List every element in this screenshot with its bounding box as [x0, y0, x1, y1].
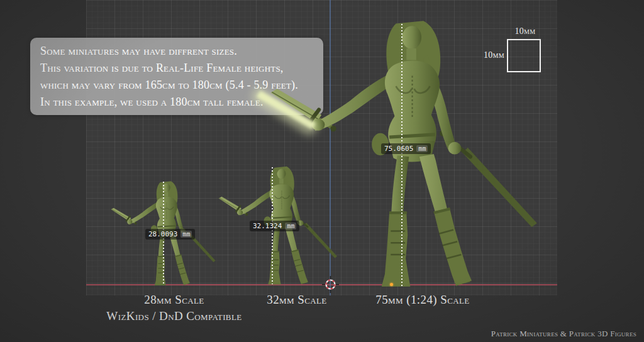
measurement-value: 75.0605 — [384, 145, 413, 153]
scale-caption-28mm-compat: WizKids / DnD Compatible — [106, 309, 242, 323]
measurement-label-75mm: 75.0605 mm — [381, 143, 431, 154]
reference-square-10mm — [507, 39, 541, 72]
reference-square-top-label: 10mm — [507, 26, 543, 36]
scale-caption-32mm: 32mm Scale — [267, 293, 326, 307]
reference-square-left-label: 10mm — [478, 50, 504, 60]
object-origin-dot[interactable] — [390, 283, 393, 286]
measurement-line-75mm — [401, 24, 402, 286]
measurement-value: 32.1324 — [253, 222, 282, 230]
scale-caption-75mm: 75mm (1:24) Scale — [375, 293, 469, 307]
brand-credit-text: Patrick Miniatures & Patrick 3D Figures — [491, 329, 636, 339]
viewport-3d[interactable]: Some miniatures may have diffrent sizes.… — [0, 0, 644, 342]
measurement-unit: mm — [416, 145, 428, 152]
measurement-unit: mm — [180, 231, 192, 238]
measurement-unit: mm — [285, 223, 296, 229]
measurement-value: 28.0093 — [148, 230, 177, 238]
measurement-label-28mm: 28.0093 mm — [145, 229, 195, 240]
measurement-label-32mm: 32.1324 mm — [250, 221, 299, 231]
scale-caption-28mm: 28mm Scale — [144, 293, 204, 307]
3d-cursor[interactable] — [322, 276, 339, 293]
